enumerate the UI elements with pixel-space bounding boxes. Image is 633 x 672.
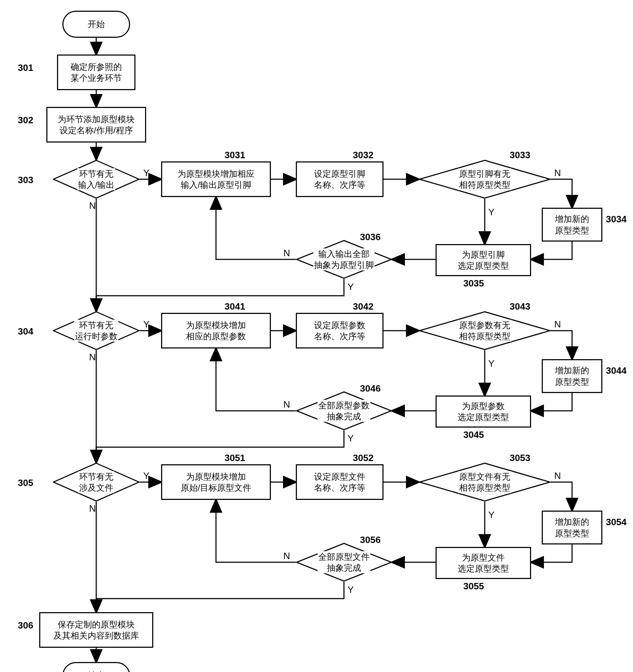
label-3053: 3053 [510,453,530,464]
decision-3046-text: 全部原型参数 抽象完成 [318,400,370,422]
label-3041: 3041 [225,301,245,312]
yn-304-n: N [89,352,96,363]
step-302: 为环节添加原型模块 设定名称/作用/程序 [46,107,146,143]
label-306: 306 [18,620,33,631]
label-3056: 3056 [360,534,381,546]
yn-3033-y: Y [488,207,494,218]
label-3054: 3054 [606,517,627,528]
label-302: 302 [18,115,33,126]
label-3055: 3055 [463,581,484,592]
decision-3056: 全部原型文件 抽象完成 [296,543,392,582]
yn-3036-y: Y [348,281,354,293]
start-terminator: 开始 [62,11,130,38]
proc-3052: 设定原型文件 名称、次序等 [296,464,384,500]
start-label: 开始 [88,19,105,30]
proc-3054: 增加新的 原型类型 [542,511,602,544]
yn-305-n: N [89,503,96,514]
decision-305-text: 环节有无 涉及文件 [78,471,114,493]
label-3036: 3036 [360,232,381,243]
yn-3046-y: Y [348,433,354,444]
yn-3043-y: Y [488,358,494,369]
proc-3042: 设定原型参数 名称、次序等 [296,313,384,348]
yn-305-y: Y [143,470,149,481]
label-305: 305 [18,477,33,489]
yn-3056-n: N [283,550,290,562]
decision-304: 环节有无 运行时参数 [53,311,140,350]
label-3042: 3042 [353,301,374,312]
proc-3044: 增加新的 原型类型 [542,359,602,393]
label-3035: 3035 [463,278,484,289]
proc-3055: 为原型文件 选定原型类型 [436,547,531,579]
label-3033: 3033 [510,150,530,161]
label-3045: 3045 [463,429,484,440]
decision-305: 环节有无 涉及文件 [53,462,140,502]
decision-3033-text: 原型引脚有无 相符原型类型 [458,168,511,190]
end-label: 结束 [88,670,105,672]
proc-3035: 为原型引脚 选定原型类型 [436,244,531,276]
yn-3036-n: N [283,248,290,259]
decision-3053: 原型文件有无 相符原型类型 [419,462,551,502]
decision-3033: 原型引脚有无 相符原型类型 [419,160,551,199]
end-terminator: 结束 [62,662,130,672]
label-3051: 3051 [225,453,245,464]
decision-3036-text: 输入输出全部 抽象为原型引脚 [313,248,375,270]
decision-304-text: 环节有无 运行时参数 [74,320,118,342]
step-301: 确定所参照的 某个业务环节 [57,55,135,90]
label-3052: 3052 [353,453,374,464]
yn-303-n: N [89,200,96,211]
proc-3045: 为原型参数 选定原型类型 [436,396,531,428]
proc-3051: 为原型模块增加 原始/目标原型文件 [161,464,271,500]
label-3043: 3043 [510,301,530,312]
label-3032: 3032 [353,150,374,161]
decision-303-text: 环节有无 输入/输出 [77,168,115,190]
label-3044: 3044 [606,365,627,376]
yn-3056-y: Y [348,584,354,595]
decision-3046: 全部原型参数 抽象完成 [296,391,392,430]
yn-304-y: Y [143,319,149,330]
label-3046: 3046 [360,383,381,394]
label-301: 301 [18,62,33,73]
decision-3043-text: 原型参数有无 相符原型类型 [458,320,511,342]
label-3031: 3031 [225,150,245,161]
decision-3036: 输入输出全部 抽象为原型引脚 [296,240,392,279]
yn-3033-n: N [554,167,561,179]
decision-3056-text: 全部原型文件 抽象完成 [318,551,370,573]
yn-303-y: Y [143,167,149,179]
decision-3053-text: 原型文件有无 相符原型类型 [458,471,511,493]
flowchart-canvas: { "terminator": { "start": "开始", "end": … [0,0,633,672]
proc-3032: 设定原型引脚 名称、次序等 [296,161,384,197]
proc-3034: 增加新的 原型类型 [542,208,602,242]
proc-3041: 为原型模块增加 相应的原型参数 [161,313,271,348]
step-306: 保存定制的原型模块 及其相关内容到数据库 [39,612,153,648]
yn-3053-n: N [554,470,561,481]
decision-3043: 原型参数有无 相符原型类型 [419,311,551,350]
label-3034: 3034 [606,214,627,225]
label-304: 304 [18,326,33,337]
proc-3031: 为原型模块增加相应 输入/输出原型引脚 [161,161,271,197]
label-303: 303 [18,175,33,186]
decision-303: 环节有无 输入/输出 [53,160,140,199]
yn-3043-n: N [554,319,561,330]
yn-3053-y: Y [488,510,494,521]
yn-3046-n: N [283,399,290,410]
